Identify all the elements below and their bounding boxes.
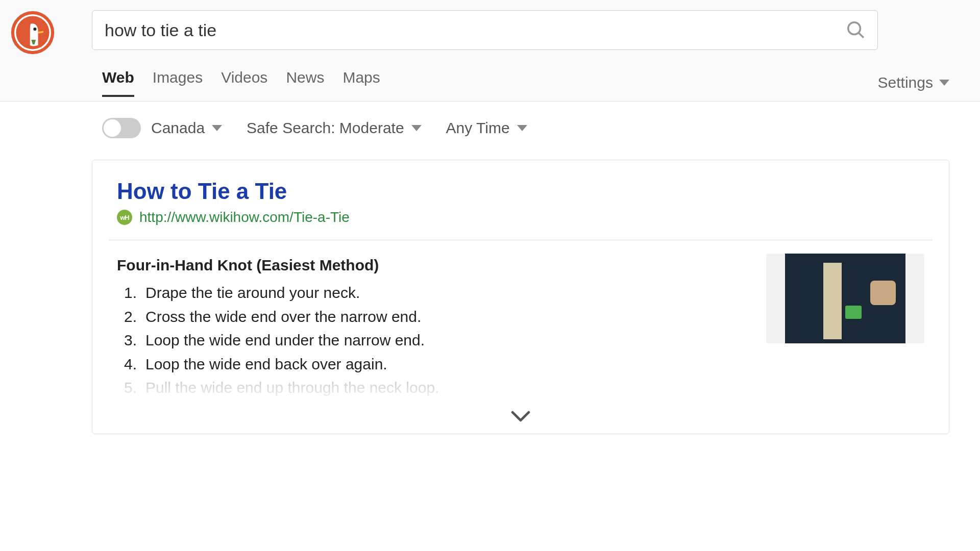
chevron-down-icon	[939, 80, 949, 86]
result-title[interactable]: How to Tie a Tie	[117, 179, 924, 204]
svg-point-3	[33, 28, 36, 31]
region-toggle[interactable]	[102, 118, 141, 138]
tab-maps[interactable]: Maps	[342, 69, 380, 96]
filters-bar: Canada Safe Search: Moderate Any Time	[0, 102, 980, 151]
instant-answer-card: How to Tie a Tie wH http://www.wikihow.c…	[92, 160, 949, 434]
tab-images[interactable]: Images	[153, 69, 203, 96]
tab-news[interactable]: News	[286, 69, 324, 96]
chevron-down-icon	[411, 125, 422, 131]
step-item: Cross the wide end over the narrow end.	[117, 305, 746, 329]
source-favicon: wH	[117, 210, 132, 225]
search-tabs: Web Images Videos News Maps	[102, 69, 878, 96]
result-url[interactable]: http://www.wikihow.com/Tie-a-Tie	[139, 209, 350, 226]
time-filter[interactable]: Any Time	[446, 119, 527, 137]
settings-menu[interactable]: Settings	[878, 74, 949, 91]
result-source-row: wH http://www.wikihow.com/Tie-a-Tie	[117, 209, 924, 226]
chevron-down-icon	[517, 125, 527, 131]
step-item: Pull the wide end up through the neck lo…	[117, 376, 746, 400]
safe-search-filter[interactable]: Safe Search: Moderate	[247, 119, 422, 137]
search-icon	[846, 20, 865, 41]
search-input[interactable]	[105, 20, 846, 40]
tab-web[interactable]: Web	[102, 69, 134, 96]
safe-search-label: Safe Search: Moderate	[247, 119, 404, 137]
duckduckgo-logo[interactable]	[10, 10, 55, 55]
chevron-down-icon	[212, 125, 222, 131]
svg-point-4	[848, 22, 861, 34]
settings-label: Settings	[878, 74, 933, 91]
chevron-down-icon	[511, 415, 530, 424]
steps-list: Drape the tie around your neck. Cross th…	[117, 281, 746, 400]
region-label: Canada	[151, 119, 205, 137]
step-item: Loop the wide end back over again.	[117, 353, 746, 377]
tab-videos[interactable]: Videos	[221, 69, 267, 96]
region-filter[interactable]: Canada	[151, 119, 222, 137]
method-title: Four-in-Hand Knot (Easiest Method)	[117, 257, 746, 274]
thumbnail-image	[766, 254, 924, 343]
result-thumbnail[interactable]	[766, 254, 924, 343]
step-item: Drape the tie around your neck.	[117, 281, 746, 305]
search-box	[92, 10, 878, 50]
divider	[109, 240, 933, 240]
time-label: Any Time	[446, 119, 510, 137]
step-item: Loop the wide end under the narrow end.	[117, 329, 746, 353]
svg-line-5	[859, 33, 864, 37]
top-bar: Web Images Videos News Maps Settings	[0, 0, 980, 102]
expand-button[interactable]	[117, 400, 924, 434]
search-button[interactable]	[846, 20, 865, 41]
toggle-knob	[104, 119, 121, 137]
